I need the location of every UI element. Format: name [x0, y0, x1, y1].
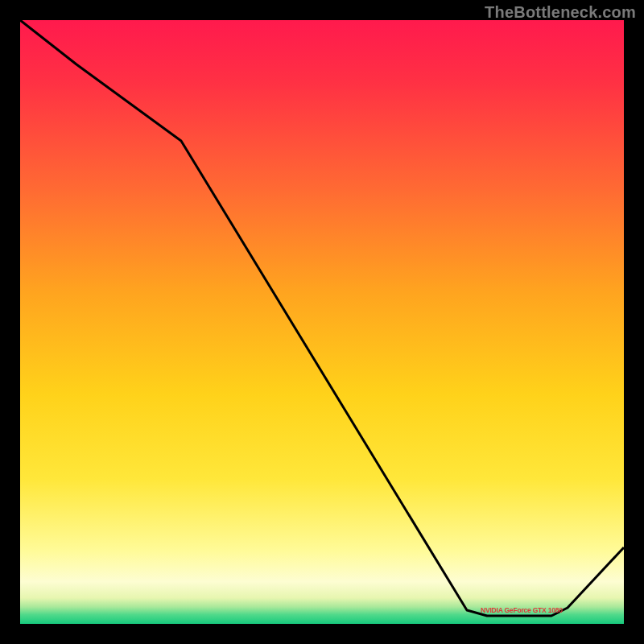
plot-area: NVIDIA GeForce GTX 1080 [20, 20, 624, 624]
gpu-label: NVIDIA GeForce GTX 1080 [481, 606, 563, 614]
chart-canvas: TheBottleneck.com NVIDIA GeForce GTX 108… [0, 0, 644, 644]
line-layer [20, 20, 624, 624]
attribution-text: TheBottleneck.com [485, 3, 636, 22]
bottleneck-curve [20, 20, 624, 616]
